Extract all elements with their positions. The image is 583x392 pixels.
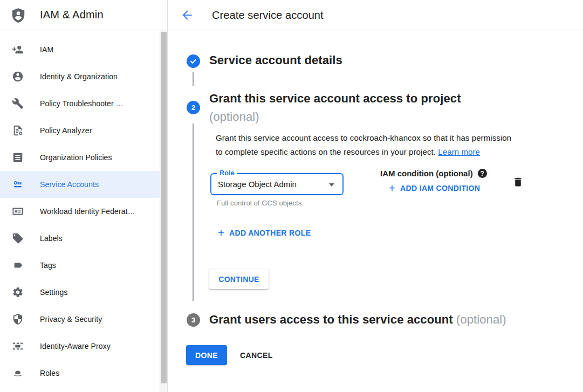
learn-more-link[interactable]: Learn more	[438, 147, 480, 156]
role-selected-value: Storage Object Admin	[218, 174, 297, 194]
sidebar-item-label: Privacy & Security	[40, 315, 102, 324]
step2-optional-label: (optional)	[209, 110, 259, 123]
sidebar-item-label: Roles	[40, 369, 59, 377]
help-icon[interactable]: ?	[478, 169, 487, 178]
arrow-back-icon	[180, 8, 194, 22]
plus-icon: +	[389, 183, 395, 193]
page-title: Create service account	[212, 0, 324, 30]
step3-number-circle: 3	[187, 313, 200, 327]
sidebar-item-workload-identity-federation[interactable]: Workload Identity Federat…	[0, 198, 160, 225]
app-bar: Create service account	[168, 0, 583, 30]
sidebar-item-privacy-security[interactable]: Privacy & Security	[0, 306, 160, 333]
sidebar-item-label: Workload Identity Federat…	[40, 207, 135, 216]
gear-icon	[12, 286, 24, 298]
sidebar-item-roles[interactable]: Roles	[0, 360, 160, 387]
sidebar-item-identity-aware-proxy[interactable]: Identity-Aware Proxy	[0, 333, 160, 360]
sidebar-item-policy-troubleshooter[interactable]: Policy Troubleshooter …	[0, 90, 160, 117]
product-title: IAM & Admin	[40, 9, 104, 21]
sidebar-scrollbar-thumb[interactable]	[161, 32, 167, 383]
sidebar: IAM & Admin IAM Identity & Organization …	[0, 0, 168, 392]
service-account-key-icon	[12, 178, 24, 190]
step-connector	[193, 123, 194, 301]
step3-title: Grant users access to this service accou…	[209, 313, 506, 327]
hat-icon	[12, 367, 24, 379]
sidebar-item-iam[interactable]: IAM	[0, 36, 160, 63]
step3-optional-label: (optional)	[456, 313, 506, 326]
badge-card-icon	[12, 205, 24, 217]
sidebar-item-policy-analyzer[interactable]: Policy Analyzer	[0, 117, 160, 144]
document-list-icon	[12, 152, 24, 163]
sidebar-item-identity-organization[interactable]: Identity & Organization	[0, 63, 160, 90]
step2-description: Grant this service account access to coc…	[216, 131, 539, 159]
check-icon	[189, 57, 197, 65]
main-content: Create service account Service account d…	[168, 0, 583, 392]
tag-icon	[12, 232, 24, 244]
sidebar-item-label: Policy Troubleshooter …	[40, 99, 124, 108]
sidebar-item-label: Service Accounts	[40, 180, 99, 189]
step2-title: Grant this service account access to pro…	[209, 90, 544, 126]
sidebar-item-service-accounts[interactable]: Service Accounts	[0, 171, 160, 198]
person-add-icon	[12, 44, 24, 56]
delete-role-button[interactable]	[511, 176, 524, 189]
plus-icon: +	[218, 228, 224, 238]
sidebar-item-label: Identity & Organization	[40, 72, 118, 81]
sidebar-item-settings[interactable]: Settings	[0, 279, 160, 306]
role-select[interactable]: Role Storage Object Admin	[210, 173, 344, 195]
role-helper-text: Full control of GCS objects.	[217, 199, 304, 207]
step1-check-circle	[187, 54, 200, 68]
step2-number: 2	[191, 104, 195, 112]
shield-icon	[12, 313, 24, 325]
sidebar-nav: IAM Identity & Organization Policy Troub…	[0, 30, 160, 387]
sidebar-item-label: Organization Policies	[40, 153, 112, 162]
step1-title: Service account details	[209, 53, 342, 67]
iam-condition-label: IAM condition (optional) ?	[380, 169, 487, 178]
label-arrow-icon	[12, 259, 24, 271]
trash-icon	[512, 176, 524, 188]
step-connector	[193, 72, 194, 86]
account-circle-icon	[12, 71, 24, 82]
step2-number-circle: 2	[187, 101, 200, 114]
sidebar-item-label: Policy Analyzer	[40, 126, 92, 135]
sidebar-item-label: IAM	[40, 45, 53, 54]
step3-number: 3	[191, 316, 195, 324]
back-button[interactable]	[180, 8, 194, 22]
continue-button[interactable]: CONTINUE	[209, 269, 269, 289]
gateway-icon	[12, 340, 24, 352]
cancel-button[interactable]: CANCEL	[234, 345, 279, 365]
sidebar-item-label: Settings	[40, 288, 67, 297]
wrench-icon	[12, 98, 24, 109]
sidebar-item-tags[interactable]: Tags	[0, 252, 160, 279]
iam-admin-shield-logo	[10, 7, 26, 23]
sidebar-item-organization-policies[interactable]: Organization Policies	[0, 144, 160, 171]
add-iam-condition-button[interactable]: + ADD IAM CONDITION	[389, 183, 480, 193]
sidebar-header: IAM & Admin	[0, 0, 167, 30]
sidebar-item-label: Tags	[40, 261, 56, 270]
sidebar-item-label: Identity-Aware Proxy	[40, 342, 111, 350]
policy-analyzer-icon	[12, 125, 24, 136]
add-another-role-button[interactable]: + ADD ANOTHER ROLE	[218, 228, 311, 238]
sidebar-item-label: Labels	[40, 234, 63, 243]
sidebar-scrollbar-track[interactable]	[160, 30, 167, 392]
dropdown-caret-icon	[329, 183, 334, 187]
sidebar-item-labels[interactable]: Labels	[0, 225, 160, 252]
done-button[interactable]: DONE	[186, 345, 227, 365]
